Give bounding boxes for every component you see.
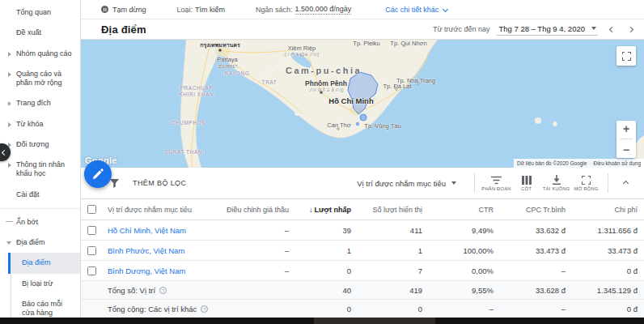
ctr-value: 100,00% <box>429 241 500 261</box>
help-icon[interactable]: ? <box>159 287 167 294</box>
row-checkbox[interactable] <box>87 266 96 275</box>
sidebar-item-recommendations[interactable]: Đề xuất <box>0 23 80 43</box>
sidebar-item-label: Báo cáo mỗi cửa hàng <box>22 300 62 317</box>
column-header-location[interactable]: Vị trí được nhắm mục tiêu <box>101 199 214 220</box>
sidebar-item-per-store-report[interactable]: Báo cáo mỗi cửa hàng <box>11 294 80 318</box>
sidebar-item-locations-parent[interactable]: Địa điểm <box>0 232 80 253</box>
sidebar-item-ads-extensions[interactable]: Quảng cáo và phần mở rộng <box>0 64 80 94</box>
pause-icon <box>101 6 108 13</box>
chevron-down-icon <box>6 241 11 245</box>
column-header-bid-adjustment[interactable]: Điều chỉnh giá thầu <box>214 199 295 220</box>
sidebar-item-ad-groups[interactable]: Nhóm quảng cáo <box>0 44 80 64</box>
date-range-picker[interactable]: Thg 7 28 – Thg 9 4, 2020 <box>497 23 598 36</box>
budget-value[interactable]: 1.500.000 đ/ngày <box>295 5 352 15</box>
more-details-button[interactable]: Các chi tiết khác <box>385 6 447 14</box>
map-label-trat: TRAT <box>248 79 291 86</box>
scrollbar-thumb[interactable] <box>314 318 435 324</box>
sidebar-item-label: Trang đích <box>16 99 51 107</box>
help-icon[interactable]: ? <box>201 305 208 313</box>
zoom-in-button[interactable]: + <box>623 122 629 135</box>
main-content: Tạm dừng Loại: Tìm kiếm Ngân sách: 1.500… <box>81 0 644 318</box>
column-header-impressions[interactable]: Số lượt hiển thị <box>358 199 429 220</box>
sidebar-item-label: Quảng cáo và phần mở rộng <box>16 70 61 87</box>
row-checkbox[interactable] <box>87 246 96 255</box>
next-period-button[interactable] <box>628 26 633 32</box>
map-label-bangkok: กรุงเทพมหานคร <box>200 40 239 49</box>
map-label-rayong: RAYONG <box>215 70 259 77</box>
column-header-ctr[interactable]: CTR <box>429 199 500 220</box>
select-all-checkbox[interactable] <box>87 205 96 214</box>
bid-adjustment-value: – <box>214 241 295 261</box>
map-label-can-tho: Cần Thơ <box>327 122 350 129</box>
row-checkbox[interactable] <box>87 226 96 235</box>
chevron-down-icon <box>443 6 448 12</box>
sidebar-item-settings[interactable]: Cài đặt <box>0 185 80 205</box>
sidebar-item-landing-pages[interactable]: Trang đích <box>0 93 80 113</box>
clicks-total: 0 <box>295 300 358 318</box>
clicks-total: 40 <box>295 281 358 300</box>
status-label: Tạm dừng <box>112 6 146 14</box>
cost-total: 0 đ <box>572 300 644 318</box>
locations-table: Vị trí được nhắm mục tiêu Điều chỉnh giá… <box>81 198 644 318</box>
map-label-phnom-penh: Phnôm Pênh <box>305 79 347 87</box>
cost-value: 33.473 đ <box>572 241 644 261</box>
sidebar-item-label: Bị loại trừ <box>22 279 53 288</box>
campaign-status[interactable]: Tạm dừng <box>101 6 146 14</box>
table-header-row: Vị trí được nhắm mục tiêu Điều chỉnh giá… <box>81 199 644 220</box>
sidebar-nav: Tổng quan Đề xuất Nhóm quảng cáo Quảng c… <box>0 0 81 318</box>
date-range-value: Thg 7 28 – Thg 9 4, 2020 <box>498 24 585 33</box>
map-attribution: Dữ liệu bản đồ ©2020 Google Điều khoản s… <box>514 159 644 168</box>
avg-cpc-value: – <box>500 261 572 281</box>
map-label-pattaya-thai: เมืองพัทยา <box>217 63 237 70</box>
table-row: Bình Dương, Việt Nam – 0 7 0,00% – 0 đ <box>81 261 644 281</box>
sidebar-item-excluded[interactable]: Bị loại trừ <box>11 274 80 294</box>
column-header-avg-cpc[interactable]: CPC Tr.bình <box>500 199 572 220</box>
ctr-total: – <box>429 300 500 318</box>
type-value: Tìm kiếm <box>195 6 225 14</box>
map-label-pleiku: Tp. Pleiku <box>353 40 379 47</box>
map-label-phnom-penh-khmer: រាជធានីភ្នំពេញ <box>308 87 344 92</box>
map-label-ho-chi-minh: Hồ Chí Minh <box>328 96 373 105</box>
horizontal-scrollbar[interactable] <box>0 318 644 324</box>
sidebar-item-overview[interactable]: Tổng quan <box>0 2 80 23</box>
sidebar-item-demographics[interactable]: Thông tin nhân khẩu học <box>0 155 80 185</box>
zoom-out-button[interactable]: − <box>623 143 629 156</box>
view-selector-dropdown[interactable]: Vị trí được nhắm mục tiêu <box>357 179 456 188</box>
locations-map[interactable]: กรุงเทพมหานคร Pattaya เมืองพัทยา RAYONG … <box>81 40 644 168</box>
add-filter-button[interactable]: THÊM BỘ LỌC <box>133 179 186 187</box>
campaign-budget[interactable]: Ngân sách: 1.500.000 đ/ngày <box>256 5 351 15</box>
previous-period-button[interactable] <box>609 26 615 32</box>
edit-locations-button[interactable] <box>84 160 112 188</box>
location-link[interactable]: Bình Dương, Việt Nam <box>108 266 185 275</box>
ctr-total: 9,55% <box>429 281 500 300</box>
columns-button[interactable]: CỘT <box>511 176 541 191</box>
column-header-clicks[interactable]: ↓Lượt nhấp <box>295 199 358 220</box>
download-button[interactable]: TẢI XUỐNG <box>541 175 571 191</box>
filter-icon[interactable] <box>110 179 119 188</box>
table-toolbar: THÊM BỘ LỌC Vị trí được nhắm mục tiêu PH… <box>81 168 644 198</box>
sidebar-item-show-less[interactable]: —Ẩn bớt <box>0 212 80 232</box>
map-terms-link[interactable]: Điều khoản sử dụng <box>590 159 644 168</box>
map-label-da-lat: Tp. Đà Lạt <box>383 83 411 90</box>
segment-button[interactable]: PHÂN ĐOẠN <box>481 176 511 191</box>
avg-cpc-total: – <box>500 300 572 318</box>
map-zoom-control: + − <box>616 121 636 158</box>
impressions-total: 0 <box>358 300 429 318</box>
collapse-table-button[interactable] <box>615 181 636 185</box>
summary-label: Tổng số: Vị trí <box>108 286 155 295</box>
date-preset-label: Từ trước đến nay <box>433 25 489 33</box>
map-fullscreen-button[interactable] <box>616 46 636 66</box>
avg-cpc-total: 33.628 đ <box>500 281 572 300</box>
sidebar-item-keywords[interactable]: Từ khóa <box>0 114 80 134</box>
sidebar-item-audiences[interactable]: Đối tượng <box>0 134 80 155</box>
location-link[interactable]: Hồ Chí Minh, Việt Nam <box>108 226 186 235</box>
avg-cpc-value: 33.632 đ <box>500 220 572 241</box>
sidebar-item-label: Địa điểm <box>16 238 45 246</box>
location-link[interactable]: Bình Phước, Việt Nam <box>108 246 184 255</box>
column-header-cost[interactable]: Chi phí <box>572 199 644 220</box>
sidebar-item-label: Đối tượng <box>16 140 49 148</box>
expand-button[interactable]: MỞ RỘNG <box>571 176 601 191</box>
sidebar-item-label: Đề xuất <box>16 28 41 36</box>
map-label-pattaya: Pattaya <box>217 56 237 63</box>
sidebar-item-locations[interactable]: Địa điểm <box>8 253 80 273</box>
